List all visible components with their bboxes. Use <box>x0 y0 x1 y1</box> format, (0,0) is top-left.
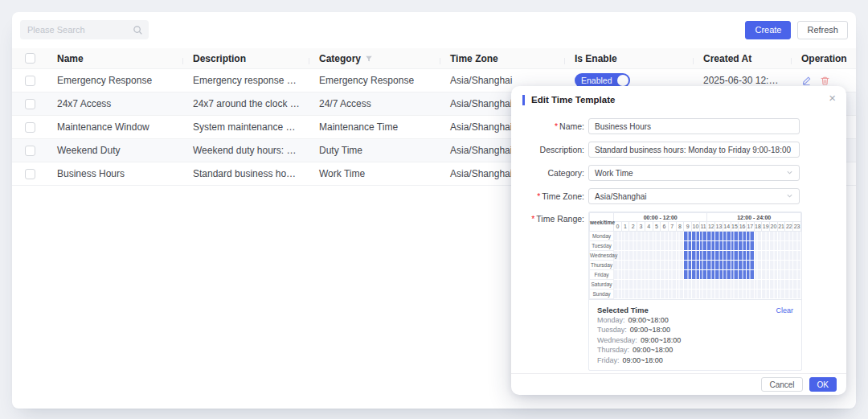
grid-cell[interactable] <box>692 251 700 261</box>
timezone-select[interactable]: Asia/Shanghai <box>588 188 800 204</box>
grid-cell[interactable] <box>739 232 747 241</box>
grid-cell[interactable] <box>793 280 801 290</box>
grid-cell[interactable] <box>731 261 739 270</box>
grid-cell[interactable] <box>770 290 778 299</box>
grid-cell[interactable] <box>684 261 692 270</box>
grid-cell[interactable] <box>770 251 778 261</box>
grid-cell[interactable] <box>777 270 785 280</box>
grid-cell[interactable] <box>793 270 801 280</box>
grid-cell[interactable] <box>614 270 622 280</box>
search-input[interactable] <box>20 20 149 39</box>
grid-cell[interactable] <box>707 251 715 261</box>
grid-cell[interactable] <box>777 261 785 270</box>
category-select[interactable]: Work Time <box>588 165 800 181</box>
grid-cell[interactable] <box>645 251 653 261</box>
grid-cell[interactable] <box>715 251 723 261</box>
grid-cell[interactable] <box>739 270 747 280</box>
grid-cell[interactable] <box>621 280 629 290</box>
grid-cell[interactable] <box>731 270 739 280</box>
grid-cell[interactable] <box>785 251 793 261</box>
name-input[interactable] <box>588 118 800 134</box>
grid-cell[interactable] <box>739 261 747 270</box>
grid-cell[interactable] <box>699 251 707 261</box>
grid-cell[interactable] <box>629 290 637 299</box>
grid-cell[interactable] <box>746 251 754 261</box>
grid-cell[interactable] <box>614 280 622 290</box>
edit-icon[interactable] <box>801 76 812 86</box>
grid-cell[interactable] <box>668 261 676 270</box>
row-checkbox[interactable] <box>25 146 35 156</box>
grid-cell[interactable] <box>746 280 754 290</box>
grid-cell[interactable] <box>785 270 793 280</box>
grid-cell[interactable] <box>762 241 770 251</box>
row-checkbox[interactable] <box>25 99 35 109</box>
cancel-button[interactable]: Cancel <box>761 377 802 392</box>
grid-cell[interactable] <box>723 270 731 280</box>
grid-cell[interactable] <box>754 232 762 241</box>
grid-cell[interactable] <box>746 261 754 270</box>
grid-cell[interactable] <box>731 232 739 241</box>
grid-cell[interactable] <box>676 241 684 251</box>
grid-cell[interactable] <box>676 290 684 299</box>
grid-cell[interactable] <box>653 232 661 241</box>
grid-cell[interactable] <box>645 280 653 290</box>
grid-cell[interactable] <box>777 241 785 251</box>
grid-cell[interactable] <box>661 280 669 290</box>
grid-cell[interactable] <box>793 261 801 270</box>
grid-cell[interactable] <box>621 241 629 251</box>
grid-cell[interactable] <box>637 261 645 270</box>
grid-cell[interactable] <box>637 251 645 261</box>
grid-cell[interactable] <box>692 280 700 290</box>
grid-cell[interactable] <box>707 290 715 299</box>
grid-cell[interactable] <box>707 270 715 280</box>
grid-cell[interactable] <box>777 232 785 241</box>
grid-cell[interactable] <box>754 261 762 270</box>
grid-cell[interactable] <box>699 261 707 270</box>
row-checkbox[interactable] <box>25 76 35 86</box>
grid-cell[interactable] <box>629 261 637 270</box>
grid-cell[interactable] <box>699 270 707 280</box>
grid-cell[interactable] <box>746 270 754 280</box>
grid-cell[interactable] <box>614 241 622 251</box>
grid-cell[interactable] <box>793 251 801 261</box>
grid-cell[interactable] <box>653 270 661 280</box>
grid-cell[interactable] <box>645 261 653 270</box>
grid-cell[interactable] <box>668 280 676 290</box>
grid-cell[interactable] <box>762 290 770 299</box>
grid-cell[interactable] <box>629 232 637 241</box>
grid-cell[interactable] <box>715 241 723 251</box>
grid-cell[interactable] <box>793 241 801 251</box>
grid-cell[interactable] <box>637 280 645 290</box>
grid-cell[interactable] <box>746 232 754 241</box>
close-icon[interactable]: × <box>829 92 836 105</box>
description-input[interactable] <box>588 142 800 158</box>
grid-cell[interactable] <box>637 290 645 299</box>
grid-cell[interactable] <box>653 241 661 251</box>
grid-cell[interactable] <box>661 261 669 270</box>
grid-cell[interactable] <box>785 232 793 241</box>
grid-cell[interactable] <box>645 290 653 299</box>
grid-cell[interactable] <box>676 261 684 270</box>
grid-cell[interactable] <box>707 261 715 270</box>
grid-cell[interactable] <box>762 261 770 270</box>
grid-cell[interactable] <box>770 232 778 241</box>
grid-cell[interactable] <box>770 280 778 290</box>
grid-cell[interactable] <box>684 270 692 280</box>
grid-cell[interactable] <box>629 241 637 251</box>
grid-cell[interactable] <box>629 280 637 290</box>
grid-cell[interactable] <box>785 241 793 251</box>
grid-cell[interactable] <box>754 241 762 251</box>
grid-cell[interactable] <box>715 280 723 290</box>
grid-cell[interactable] <box>676 280 684 290</box>
grid-cell[interactable] <box>754 270 762 280</box>
grid-cell[interactable] <box>614 232 622 241</box>
grid-cell[interactable] <box>684 290 692 299</box>
grid-cell[interactable] <box>754 280 762 290</box>
grid-cell[interactable] <box>676 232 684 241</box>
grid-cell[interactable] <box>723 290 731 299</box>
grid-cell[interactable] <box>723 241 731 251</box>
grid-cell[interactable] <box>668 251 676 261</box>
grid-cell[interactable] <box>715 290 723 299</box>
grid-cell[interactable] <box>762 280 770 290</box>
grid-cell[interactable] <box>739 290 747 299</box>
